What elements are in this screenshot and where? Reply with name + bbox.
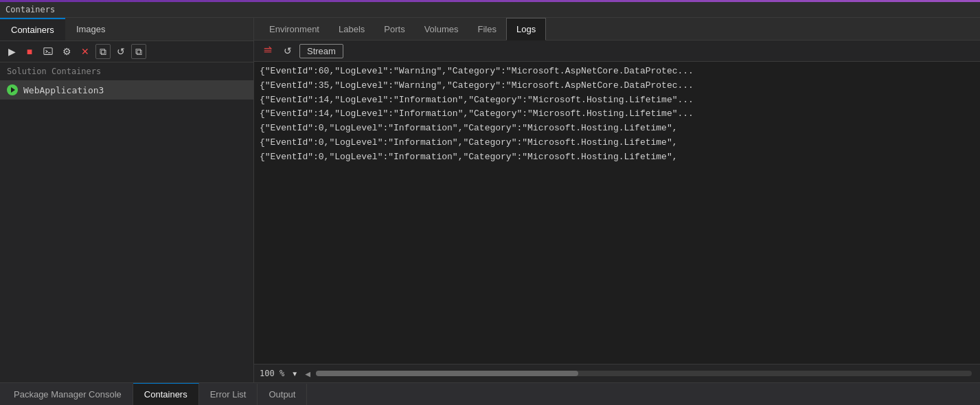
refresh-log-button[interactable]: ↺ xyxy=(280,43,295,58)
log-area: {"EventId":60,"LogLevel":"Warning","Cate… xyxy=(254,62,980,364)
content-tabs: Environment Labels Ports Volumes Files L… xyxy=(254,18,980,40)
container-name: WebApplication3 xyxy=(23,85,104,95)
log-line: {"EventId":14,"LogLevel":"Information","… xyxy=(260,93,975,108)
start-button[interactable]: ▶ xyxy=(4,44,19,59)
tab-images[interactable]: Images xyxy=(65,18,117,40)
stream-button[interactable]: Stream xyxy=(299,44,343,58)
horizontal-scrollbar[interactable] xyxy=(316,371,972,376)
tab-ports[interactable]: Ports xyxy=(374,19,414,40)
sidebar: Containers Images ▶ ■ ⚙ ✕ ⧉ ↺ ⧉ Solution… xyxy=(0,18,254,382)
log-line: {"EventId":0,"LogLevel":"Information","C… xyxy=(260,121,975,136)
list-item[interactable]: WebApplication3 xyxy=(0,80,253,100)
bottom-tab-containers[interactable]: Containers xyxy=(133,383,199,405)
clear-log-button[interactable] xyxy=(260,43,276,58)
log-line: {"EventId":0,"LogLevel":"Information","C… xyxy=(260,150,975,165)
settings-button[interactable]: ⚙ xyxy=(59,44,75,59)
log-line: {"EventId":35,"LogLevel":"Warning","Cate… xyxy=(260,79,975,93)
tab-labels[interactable]: Labels xyxy=(329,19,374,40)
content-area: Environment Labels Ports Volumes Files L… xyxy=(254,18,980,382)
scroll-thumb xyxy=(316,371,578,376)
title-bar-label: Containers xyxy=(5,5,55,14)
copy-button[interactable]: ⧉ xyxy=(95,44,111,59)
container-list: WebApplication3 xyxy=(0,80,253,382)
running-icon xyxy=(7,84,18,95)
content-toolbar: ↺ Stream xyxy=(254,40,980,62)
sidebar-toolbar: ▶ ■ ⚙ ✕ ⧉ ↺ ⧉ xyxy=(0,41,253,62)
zoom-bar: 100 % ▼ ◀ xyxy=(254,364,980,382)
svg-rect-0 xyxy=(44,48,52,55)
title-bar: Containers xyxy=(0,2,980,18)
tab-logs[interactable]: Logs xyxy=(506,18,546,40)
more-button[interactable]: ⧉ xyxy=(131,44,146,59)
sidebar-tabs: Containers Images xyxy=(0,18,253,41)
tab-containers[interactable]: Containers xyxy=(0,18,65,40)
log-line: {"EventId":14,"LogLevel":"Information","… xyxy=(260,107,975,121)
bottom-tab-output[interactable]: Output xyxy=(258,384,307,405)
bottom-tab-error-list[interactable]: Error List xyxy=(199,384,258,405)
bottom-tab-package-manager[interactable]: Package Manager Console xyxy=(3,384,133,405)
tab-volumes[interactable]: Volumes xyxy=(415,19,468,40)
tab-files[interactable]: Files xyxy=(468,19,506,40)
scroll-left-arrow[interactable]: ◀ xyxy=(305,369,310,379)
bottom-tabs: Package Manager Console Containers Error… xyxy=(0,382,980,405)
log-line: {"EventId":60,"LogLevel":"Warning","Cate… xyxy=(260,65,975,79)
sidebar-refresh-button[interactable]: ↺ xyxy=(113,44,128,59)
clear-icon xyxy=(263,46,273,56)
tab-environment[interactable]: Environment xyxy=(260,19,329,40)
zoom-dropdown-button[interactable]: ▼ xyxy=(287,366,302,381)
stop-button[interactable]: ■ xyxy=(22,44,37,59)
section-header: Solution Containers xyxy=(0,62,253,80)
zoom-value: 100 % xyxy=(260,369,284,378)
terminal-icon xyxy=(43,47,53,56)
delete-button[interactable]: ✕ xyxy=(78,44,93,59)
terminal-button[interactable] xyxy=(40,44,56,59)
main-area: Containers Images ▶ ■ ⚙ ✕ ⧉ ↺ ⧉ Solution… xyxy=(0,18,980,382)
log-line: {"EventId":0,"LogLevel":"Information","C… xyxy=(260,136,975,150)
